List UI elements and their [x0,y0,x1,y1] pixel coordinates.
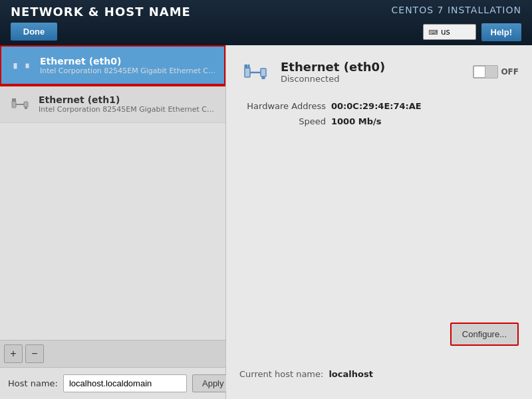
device-list: Ethernet (eth0) Intel Corporation 82545E… [0,45,225,340]
add-device-button[interactable]: + [4,344,23,363]
svg-rect-6 [26,68,29,70]
hostname-input[interactable] [63,374,187,392]
eth-name-block: Ethernet (eth0) Disconnected [281,60,385,84]
eth-detail-status: Disconnected [281,74,385,84]
hostname-row: Host name: Apply [0,367,225,399]
svg-rect-3 [13,60,15,63]
centos-title: CENTOS 7 INSTALLATION [392,5,521,15]
svg-rect-17 [245,65,247,68]
svg-rect-16 [248,65,250,68]
svg-rect-19 [261,68,266,76]
keyboard-selector[interactable]: ⌨ us [423,24,476,40]
svg-rect-10 [12,98,13,102]
svg-rect-5 [25,63,29,68]
header-controls: ⌨ us Help! [423,23,522,41]
svg-rect-1 [15,60,16,63]
eth1-name: Ethernet (eth1) [39,94,217,105]
eth0-info: Ethernet (eth0) Intel Corporation 82545E… [40,56,216,75]
current-hostname-value: localhost [329,369,372,379]
device-item-eth0[interactable]: Ethernet (eth0) Intel Corporation 82545E… [0,45,225,85]
header: NETWORK & HOST NAME Done CENTOS 7 INSTAL… [0,0,532,45]
eth-header: Ethernet (eth0) Disconnected OFF [239,56,519,88]
keyboard-lang: us [441,27,450,37]
current-hostname-label: Current host name: [239,369,323,379]
eth-toggle[interactable] [473,65,498,78]
eth0-desc: Intel Corporation 82545EM Gigabit Ethern… [40,66,216,75]
svg-rect-13 [25,107,27,109]
main-content: Ethernet (eth0) Intel Corporation 82545E… [0,45,532,399]
svg-rect-2 [16,60,17,63]
right-panel: Ethernet (eth0) Disconnected OFF Hardwar… [226,45,532,399]
svg-rect-0 [13,63,17,69]
eth-detail-icon [239,56,271,88]
svg-rect-12 [24,102,28,107]
configure-button[interactable]: Configure... [450,323,519,346]
eth-detail-name: Ethernet (eth0) [281,60,385,74]
keyboard-icon: ⌨ [429,29,438,36]
svg-rect-9 [15,98,16,102]
svg-rect-8 [13,98,15,102]
details-table: Hardware Address 00:0C:29:4E:74:AE Speed… [239,101,519,132]
help-button[interactable]: Help! [481,23,522,41]
speed-row: Speed 1000 Mb/s [239,116,519,126]
device-item-eth1[interactable]: Ethernet (eth1) Intel Corporation 82545E… [0,85,225,123]
hw-address-label: Hardware Address [239,101,326,111]
svg-rect-15 [246,65,248,68]
header-right: CENTOS 7 INSTALLATION ⌨ us Help! [392,5,521,41]
eth0-name: Ethernet (eth0) [40,56,216,66]
eth0-icon [9,53,33,77]
speed-value: 1000 Mb/s [331,116,381,126]
svg-rect-20 [262,76,265,79]
left-panel: Ethernet (eth0) Intel Corporation 82545E… [0,45,226,399]
page-title: NETWORK & HOST NAME [11,5,191,19]
header-left: NETWORK & HOST NAME Done [11,5,191,41]
toggle-knob [473,66,485,78]
eth1-icon [8,92,32,116]
hw-address-value: 00:0C:29:4E:74:AE [331,101,422,111]
toggle-container[interactable]: OFF [473,65,519,78]
list-controls: + − [0,340,225,367]
done-button[interactable]: Done [11,23,57,41]
eth-info: Ethernet (eth0) Disconnected [239,56,385,88]
hw-address-row: Hardware Address 00:0C:29:4E:74:AE [239,101,519,111]
svg-rect-14 [245,68,250,77]
speed-label: Speed [239,116,326,126]
toggle-label: OFF [501,67,519,76]
eth1-desc: Intel Corporation 82545EM Gigabit Ethern… [39,105,217,114]
hostname-label: Host name: [8,378,58,388]
eth1-info: Ethernet (eth1) Intel Corporation 82545E… [39,94,217,114]
remove-device-button[interactable]: − [25,344,44,363]
current-hostname-row: Current host name: localhost [239,369,373,379]
svg-rect-7 [12,101,16,108]
